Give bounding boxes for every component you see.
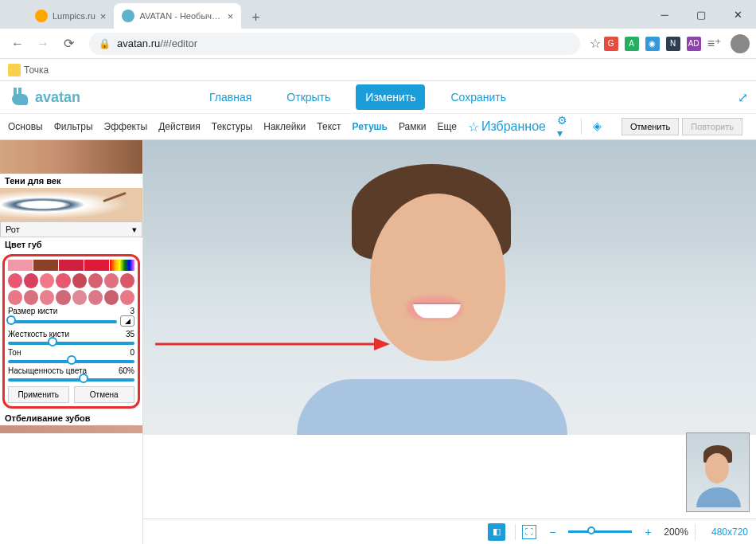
slider-label: Размер кисти bbox=[8, 307, 57, 315]
section-lipcolor-label: Цвет губ bbox=[0, 237, 142, 252]
color-circle[interactable] bbox=[72, 273, 87, 288]
mouth-dropdown[interactable]: Рот ▾ bbox=[0, 221, 142, 237]
chrome-window: Lumpics.ru × AVATAN - Необычный Фоторед … bbox=[0, 0, 756, 544]
color-swatch-row bbox=[8, 260, 134, 271]
zoom-value: 200% bbox=[664, 526, 688, 538]
tool-favorites[interactable]: ☆ Избранное bbox=[468, 119, 546, 135]
nav-edit[interactable]: Изменить bbox=[356, 84, 425, 110]
ext-icon[interactable]: G bbox=[604, 37, 618, 51]
back-button[interactable]: ← bbox=[6, 33, 29, 55]
color-picker-swatch[interactable] bbox=[110, 260, 134, 271]
tool-retouch[interactable]: Ретушь bbox=[353, 121, 388, 132]
color-circle[interactable] bbox=[104, 290, 119, 305]
ext-icon[interactable]: AD bbox=[687, 37, 701, 51]
zoom-slider[interactable] bbox=[568, 530, 632, 533]
avatan-logo[interactable]: avatan bbox=[8, 88, 80, 107]
minimize-button[interactable]: ─ bbox=[646, 0, 683, 29]
reading-list-icon[interactable]: ≡⁺ bbox=[707, 36, 721, 51]
tool-frames[interactable]: Рамки bbox=[399, 121, 426, 132]
browser-tab-active[interactable]: AVATAN - Необычный Фоторед × bbox=[114, 3, 241, 29]
tool-actions[interactable]: Действия bbox=[158, 121, 201, 132]
color-circle[interactable] bbox=[40, 290, 54, 305]
address-bar[interactable]: 🔒 avatan.ru/#/editor bbox=[89, 33, 580, 55]
nav-open[interactable]: Открыть bbox=[277, 84, 340, 110]
main-image[interactable] bbox=[143, 140, 756, 435]
slider-track[interactable] bbox=[8, 320, 117, 323]
new-tab-button[interactable]: + bbox=[244, 6, 267, 29]
folder-icon bbox=[8, 64, 21, 76]
color-swatch[interactable] bbox=[84, 260, 109, 271]
eyeshadow-thumbnail[interactable] bbox=[0, 188, 142, 221]
portrait-mouth bbox=[413, 303, 461, 319]
ext-icon[interactable]: N bbox=[666, 37, 680, 51]
color-circles-row bbox=[8, 290, 134, 305]
app-header: avatan Главная Открыть Изменить Сохранит… bbox=[0, 81, 756, 113]
slider-thumb[interactable] bbox=[48, 337, 57, 346]
cancel-button[interactable]: Отмена bbox=[74, 386, 135, 403]
fit-screen-button[interactable]: ⛶ bbox=[522, 525, 536, 539]
color-circle[interactable] bbox=[40, 273, 54, 288]
color-circle[interactable] bbox=[88, 290, 103, 305]
maximize-button[interactable]: ▢ bbox=[683, 0, 719, 29]
slider-track[interactable] bbox=[8, 342, 134, 345]
apply-button[interactable]: Применить bbox=[8, 386, 69, 403]
zoom-out-button[interactable]: − bbox=[543, 522, 562, 542]
color-circle[interactable] bbox=[24, 290, 38, 305]
color-circle[interactable] bbox=[120, 273, 134, 288]
color-circle[interactable] bbox=[72, 290, 87, 305]
browser-tab[interactable]: Lumpics.ru × bbox=[27, 3, 114, 29]
color-circle[interactable] bbox=[56, 290, 70, 305]
layers-icon[interactable]: ◈ bbox=[593, 119, 607, 134]
undo-button[interactable]: Отменить bbox=[622, 118, 679, 135]
redo-button[interactable]: Повторить bbox=[682, 118, 742, 135]
profile-avatar[interactable] bbox=[731, 34, 750, 53]
close-icon[interactable]: × bbox=[228, 10, 234, 22]
tool-filters[interactable]: Фильтры bbox=[54, 121, 93, 132]
slider-track[interactable] bbox=[8, 360, 134, 363]
color-circle[interactable] bbox=[56, 273, 70, 288]
star-icon[interactable]: ☆ bbox=[590, 36, 601, 51]
tool-text[interactable]: Текст bbox=[317, 121, 341, 132]
tabs-strip: Lumpics.ru × AVATAN - Необычный Фоторед … bbox=[0, 0, 646, 29]
section-eyeshadow-label: Тени для век bbox=[0, 174, 142, 188]
close-button[interactable]: ✕ bbox=[719, 0, 756, 29]
tool-effects[interactable]: Эффекты bbox=[104, 121, 148, 132]
color-circle[interactable] bbox=[8, 290, 22, 305]
expand-icon[interactable]: ⤢ bbox=[738, 90, 748, 105]
favicon-lumpics bbox=[35, 10, 48, 22]
color-circle[interactable] bbox=[88, 273, 103, 288]
ext-icon[interactable]: ◉ bbox=[645, 37, 660, 51]
slider-thumb[interactable] bbox=[79, 374, 88, 383]
slider-label: Насыщенность цвета bbox=[8, 366, 87, 375]
color-circle[interactable] bbox=[8, 273, 22, 288]
color-swatch[interactable] bbox=[8, 260, 33, 271]
nav-save[interactable]: Сохранить bbox=[441, 84, 516, 110]
tool-textures[interactable]: Текстуры bbox=[212, 121, 253, 132]
color-circle[interactable] bbox=[120, 290, 134, 305]
zoom-in-button[interactable]: + bbox=[638, 522, 657, 542]
tool-stickers[interactable]: Наклейки bbox=[263, 121, 306, 132]
color-circle[interactable] bbox=[104, 273, 119, 288]
tool-basics[interactable]: Основы bbox=[8, 121, 43, 132]
compare-button[interactable]: ◧ bbox=[488, 523, 505, 541]
forward-button[interactable]: → bbox=[32, 33, 54, 55]
close-icon[interactable]: × bbox=[100, 10, 107, 22]
gear-icon[interactable]: ⚙ ▾ bbox=[557, 120, 570, 133]
minimap[interactable] bbox=[686, 432, 750, 512]
slider-track[interactable] bbox=[8, 378, 134, 382]
ext-icon[interactable]: А bbox=[625, 37, 639, 51]
color-circle[interactable] bbox=[24, 273, 38, 288]
eyebrow-thumbnail[interactable] bbox=[0, 140, 142, 174]
reload-button[interactable]: ⟳ bbox=[57, 33, 80, 55]
slider-thumb[interactable] bbox=[67, 355, 76, 365]
bookmark-item[interactable]: Точка bbox=[8, 64, 49, 76]
color-swatch[interactable] bbox=[33, 260, 58, 271]
slider-thumb[interactable] bbox=[6, 315, 16, 325]
tab-title: Lumpics.ru bbox=[53, 11, 95, 21]
nav-home[interactable]: Главная bbox=[200, 84, 261, 110]
tool-more[interactable]: Еще bbox=[437, 121, 456, 132]
eraser-icon[interactable]: ◢ bbox=[120, 315, 134, 327]
zoom-slider-thumb[interactable] bbox=[587, 526, 595, 534]
color-swatch[interactable] bbox=[59, 260, 84, 271]
whitening-thumbnail[interactable] bbox=[0, 425, 142, 433]
